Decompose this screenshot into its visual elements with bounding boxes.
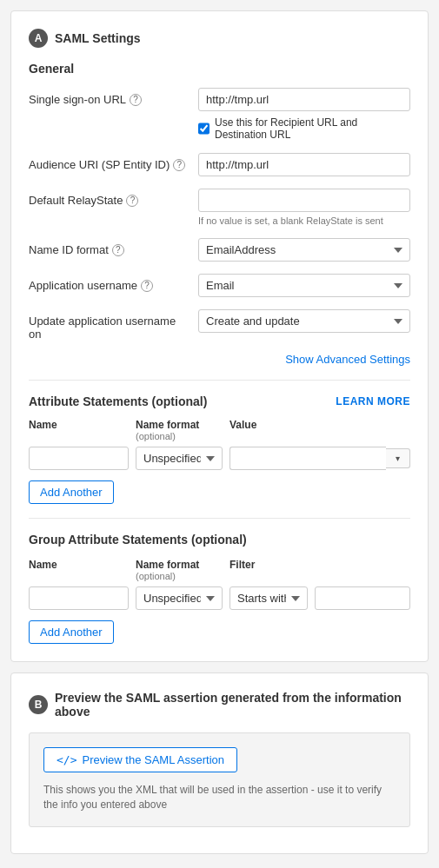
group-name-col-header: Name [29,559,129,581]
app-username-select[interactable]: Email Username Custom [198,274,410,297]
attr-statements-header-row: Attribute Statements (optional) LEARN MO… [29,394,410,408]
update-username-wrapper: Create and update Create only [198,309,410,333]
sso-url-wrapper: Use this for Recipient URL and Destinati… [198,88,410,141]
group-name-input[interactable] [29,586,129,610]
attr-format-select[interactable]: Unspecified Basic URI Reference [136,447,223,470]
audience-uri-input[interactable] [198,153,410,176]
name-id-format-select[interactable]: EmailAddress Unspecified x509SubjectName… [198,238,410,262]
attribute-statements-section: Attribute Statements (optional) LEARN MO… [29,394,410,504]
relay-state-help-icon[interactable]: ? [126,195,138,207]
attr-value-input[interactable] [229,447,386,470]
preview-hint-text: This shows you the XML that will be used… [43,783,396,812]
attr-statements-title: Attribute Statements (optional) [29,394,207,408]
name-id-format-help-icon[interactable]: ? [112,244,124,256]
card-a-badge: A [29,29,48,48]
group-filter-col-header: Filter [229,559,410,581]
preview-saml-button[interactable]: </> Preview the SAML Assertion [43,747,237,772]
sso-url-label: Single sign-on URL ? [29,88,190,106]
attr-value-wrapper: ▾ [229,447,410,470]
recipient-checkbox-row: Use this for Recipient URL and Destinati… [198,116,410,141]
group-filter-value-input[interactable] [315,586,410,610]
card-b-badge: B [29,695,48,714]
update-username-label: Update application username on [29,309,190,341]
footer-nav: Previous Cancel Next [10,865,429,868]
attr-name-input[interactable] [29,447,129,470]
attr-table-row: Unspecified Basic URI Reference ▾ [29,447,410,470]
divider-2 [29,518,410,519]
card-b-header: B Preview the SAML assertion generated f… [29,691,410,719]
sso-url-input[interactable] [198,88,410,111]
relay-state-wrapper: If no value is set, a blank RelayState i… [198,189,410,226]
show-advanced-link[interactable]: Show Advanced Settings [285,353,410,366]
group-format-select[interactable]: Unspecified Basic URI Reference [136,586,223,610]
attr-value-col-header: Value [229,419,410,441]
audience-uri-row: Audience URI (SP Entity ID) ? [29,153,410,176]
attr-format-col-header: Name format (optional) [136,419,223,441]
name-id-format-label: Name ID format ? [29,238,190,256]
general-title: General [29,62,410,76]
group-add-another-button[interactable]: Add Another [29,620,114,644]
card-a-header: A SAML Settings [29,29,410,48]
show-advanced-wrapper: Show Advanced Settings [29,353,410,366]
recipient-checkbox[interactable] [198,123,210,135]
group-attr-table-header: Name Name format (optional) Filter [29,559,410,581]
group-attr-title: Group Attribute Statements (optional) [29,533,410,547]
sso-url-row: Single sign-on URL ? Use this for Recipi… [29,88,410,141]
name-id-format-row: Name ID format ? EmailAddress Unspecifie… [29,238,410,262]
code-icon: </> [57,753,76,766]
preview-card: B Preview the SAML assertion generated f… [10,673,429,854]
card-b-title: Preview the SAML assertion generated fro… [55,691,410,719]
divider-1 [29,380,410,381]
app-username-wrapper: Email Username Custom [198,274,410,297]
group-format-col-header: Name format (optional) [136,559,223,581]
app-username-row: Application username ? Email Username Cu… [29,274,410,297]
attr-learn-more-link[interactable]: LEARN MORE [336,395,410,407]
attr-add-another-button[interactable]: Add Another [29,480,114,504]
sso-url-help-icon[interactable]: ? [130,94,142,106]
relay-state-hint: If no value is set, a blank RelayState i… [198,215,410,226]
audience-uri-label: Audience URI (SP Entity ID) ? [29,153,190,171]
group-attr-table-row: Unspecified Basic URI Reference Starts w… [29,586,410,610]
app-username-label: Application username ? [29,274,190,292]
relay-state-label: Default RelayState ? [29,189,190,207]
preview-body: </> Preview the SAML Assertion This show… [29,732,410,827]
saml-settings-card: A SAML Settings General Single sign-on U… [10,10,429,662]
attr-name-col-header: Name [29,419,129,441]
app-username-help-icon[interactable]: ? [141,280,153,292]
audience-uri-wrapper [198,153,410,176]
name-id-format-wrapper: EmailAddress Unspecified x509SubjectName… [198,238,410,262]
attr-value-dropdown[interactable]: ▾ [386,448,410,468]
general-section: General Single sign-on URL ? Use this fo… [29,62,410,366]
attr-table-header: Name Name format (optional) Value [29,419,410,441]
card-a-title: SAML Settings [55,31,141,45]
group-attribute-statements-section: Group Attribute Statements (optional) Na… [29,533,410,644]
relay-state-input[interactable] [198,189,410,212]
audience-uri-help-icon[interactable]: ? [173,159,185,171]
recipient-checkbox-label: Use this for Recipient URL and Destinati… [215,116,410,141]
update-username-select[interactable]: Create and update Create only [198,309,410,333]
relay-state-row: Default RelayState ? If no value is set,… [29,189,410,226]
group-filter-type-select[interactable]: Starts with Equals Contains Matches rege… [229,586,308,610]
update-username-row: Update application username on Create an… [29,309,410,341]
